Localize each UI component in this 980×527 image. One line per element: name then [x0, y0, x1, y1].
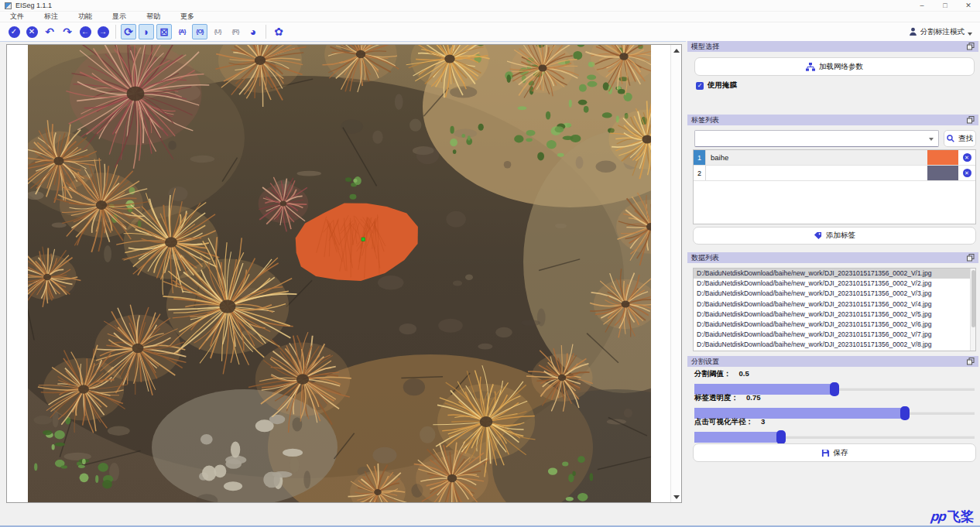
menu-item-5[interactable]: 更多 [170, 12, 204, 22]
next-image-icon[interactable]: → [95, 24, 111, 39]
window-title: EISeg 1.1.1 [15, 2, 52, 9]
canvas-vertical-scrollbar[interactable] [670, 45, 681, 502]
maximize-button[interactable]: □ [934, 0, 957, 11]
model-panel-title: 模型选择 [691, 42, 719, 52]
delete-label-icon[interactable]: ✕ [963, 153, 971, 162]
label-name-cell[interactable]: baihe [706, 150, 927, 165]
paddle-flower-icon[interactable]: ✿ [271, 24, 286, 39]
label-index: 1 [694, 150, 706, 165]
file-row[interactable]: D:/BaiduNetdiskDownload/baihe/new_work/D… [694, 330, 975, 340]
menu-item-4[interactable]: 帮助 [136, 12, 170, 22]
rotate-3d-icon[interactable]: ⟳ [121, 24, 136, 39]
title-bar: EISeg 1.1.1 – □ ✕ [0, 0, 980, 12]
toolbar-separator [115, 25, 116, 39]
delete-label-icon[interactable]: ✕ [963, 169, 971, 177]
label-name-cell[interactable] [706, 166, 927, 180]
paint-fill-icon[interactable]: ◗ [139, 24, 154, 39]
file-row[interactable]: D:/BaiduNetdiskDownload/baihe/new_work/D… [694, 269, 975, 279]
file-row[interactable]: D:/BaiduNetdiskDownload/baihe/new_work/D… [694, 289, 975, 299]
filter-o-icon[interactable]: {O} [192, 24, 207, 39]
image-canvas[interactable] [6, 44, 682, 503]
float-panel-icon[interactable] [967, 43, 975, 50]
delete-label-cell: ✕ [958, 166, 975, 180]
menu-item-3[interactable]: 显示 [102, 12, 136, 22]
threshold-value: 0.5 [739, 369, 749, 378]
radius-value: 3 [761, 417, 765, 426]
chevron-down-icon [968, 33, 972, 36]
menu-item-2[interactable]: 功能 [68, 12, 102, 22]
use-mask-checkbox[interactable]: ✓ [696, 82, 704, 90]
add-label-text: 添加标签 [826, 231, 855, 241]
annotation-mode-select[interactable]: 分割标注模式 [909, 27, 972, 37]
slider-thumb[interactable] [776, 430, 786, 444]
filter-a-icon[interactable]: {A} [174, 24, 190, 39]
radius-slider-group: 点击可视化半径：3 [694, 417, 975, 444]
file-row[interactable]: D:/BaiduNetdiskDownload/baihe/new_work/D… [694, 310, 975, 320]
add-label-button[interactable]: 添加标签 [693, 227, 976, 245]
label-color-swatch[interactable] [927, 166, 958, 180]
file-row[interactable]: D:/BaiduNetdiskDownload/baihe/new_work/D… [694, 299, 975, 310]
settings-panel-title: 分割设置 [691, 357, 719, 367]
file-rows: D:/BaiduNetdiskDownload/baihe/new_work/D… [694, 269, 975, 351]
data-panel-title: 数据列表 [691, 253, 719, 263]
threshold-slider-group: 分割阈值：0.5 [694, 369, 975, 396]
float-panel-icon[interactable] [967, 116, 975, 124]
file-list-scrollbar[interactable] [970, 269, 975, 351]
mask-show-icon[interactable]: ◕ [245, 24, 261, 39]
load-model-label: 加载网络参数 [819, 62, 863, 72]
float-panel-icon[interactable] [967, 254, 975, 262]
status-bar: pp 飞桨 [0, 503, 980, 527]
network-icon [806, 63, 815, 71]
tag-icon [814, 231, 822, 240]
labels-panel-title: 标签列表 [691, 115, 719, 125]
opacity-value: 0.75 [746, 393, 761, 402]
use-mask-row: ✓ 使用掩膜 [696, 80, 737, 91]
load-model-button[interactable]: 加载网络参数 [694, 57, 975, 76]
save-button[interactable]: 保存 [693, 443, 976, 462]
file-list: D:/BaiduNetdiskDownload/baihe/new_work/D… [693, 268, 976, 351]
annotation-mode-label: 分割标注模式 [920, 27, 965, 37]
save-icon [821, 449, 830, 457]
menu-bar: 文件标注功能显示帮助更多 [0, 12, 980, 22]
undo-icon[interactable]: ↶ [42, 24, 57, 39]
annotated-photo[interactable] [28, 45, 651, 502]
scroll-up-icon[interactable] [671, 45, 682, 56]
menu-item-0[interactable]: 文件 [0, 12, 34, 22]
filter-u-icon[interactable]: {U} [210, 24, 225, 39]
minimize-button[interactable]: – [910, 0, 934, 11]
redo-icon[interactable]: ↷ [60, 24, 75, 39]
radius-label: 点击可视化半径： [694, 417, 753, 426]
label-row[interactable]: 2✕ [694, 166, 975, 181]
threshold-label: 分割阈值： [694, 369, 732, 378]
filter-r-icon[interactable]: {R} [228, 24, 243, 39]
radius-slider[interactable] [694, 430, 975, 444]
search-icon [947, 135, 954, 142]
prev-image-icon[interactable]: ← [77, 24, 93, 39]
cancel-object-icon[interactable]: ✕ [24, 24, 39, 39]
file-row[interactable]: D:/BaiduNetdiskDownload/baihe/new_work/D… [694, 279, 975, 289]
paddle-pp-glyph: pp [930, 509, 947, 525]
use-mask-label: 使用掩膜 [708, 80, 737, 91]
opacity-label: 标签透明度： [694, 393, 738, 402]
save-text: 保存 [834, 448, 848, 458]
settings-panel-header: 分割设置 [687, 356, 978, 367]
label-row[interactable]: 1baihe✕ [694, 150, 975, 166]
toolbar: ✓✕↶↷←→⟳◗⊠{A}{O}{U}{R}◕✿ 分割标注模式 [0, 22, 980, 42]
search-label-button[interactable]: 查找 [944, 130, 976, 147]
file-row[interactable]: D:/BaiduNetdiskDownload/baihe/new_work/D… [694, 340, 975, 350]
chevron-down-icon [929, 138, 934, 141]
float-panel-icon[interactable] [967, 358, 975, 365]
scroll-down-icon[interactable] [671, 491, 682, 502]
file-row[interactable]: D:/BaiduNetdiskDownload/baihe/new_work/D… [694, 320, 975, 330]
fit-window-icon[interactable]: ⊠ [156, 24, 172, 39]
close-button[interactable]: ✕ [957, 0, 980, 11]
menu-item-1[interactable]: 标注 [34, 12, 68, 22]
toolbar-buttons: ✓✕↶↷←→⟳◗⊠{A}{O}{U}{R}◕✿ [6, 24, 289, 39]
finish-object-icon[interactable]: ✓ [6, 24, 22, 39]
label-filter-combobox[interactable] [694, 130, 939, 147]
label-color-swatch[interactable] [927, 150, 958, 165]
right-dock: 模型选择 加载网络参数 ✓ 使用掩膜 标签列表 查找 1baihe✕2 [686, 41, 980, 503]
app-icon [5, 2, 12, 9]
label-table: 1baihe✕2✕ [693, 149, 976, 224]
label-index: 2 [694, 166, 706, 180]
